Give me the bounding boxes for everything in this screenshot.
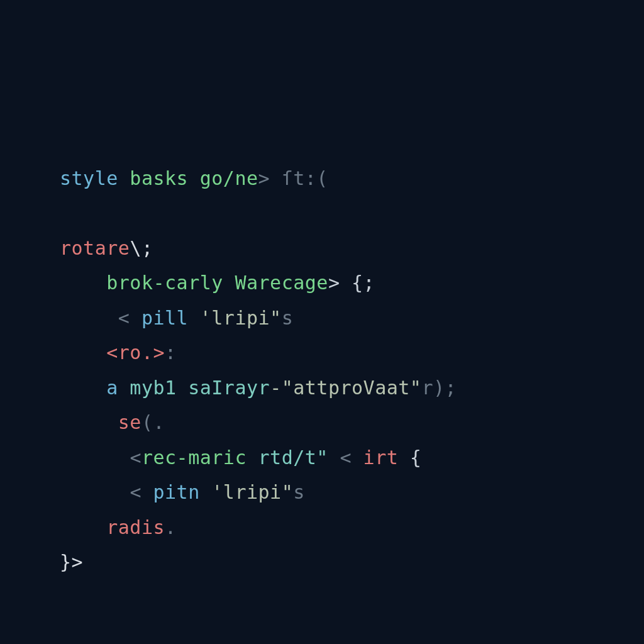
token-punct: <	[130, 481, 142, 503]
token-punct: <	[328, 447, 352, 469]
token-punct: <	[130, 447, 142, 469]
token-ident: se	[118, 411, 142, 433]
token-keyword: pitn	[142, 481, 211, 503]
token-punct: }>	[60, 551, 83, 573]
code-line: style basks go/ne> ſt:(	[60, 167, 328, 189]
token-punct: :	[165, 341, 177, 364]
code-line: }>	[60, 551, 83, 573]
token-ident: saIrayr	[188, 377, 270, 399]
token-punct: (.	[142, 411, 165, 433]
token-punct: > ſt:(	[258, 167, 328, 189]
token-keyword: pill	[130, 307, 199, 329]
token-ident: radis	[106, 516, 165, 538]
token-ident: s	[282, 307, 294, 329]
code-editor[interactable]: style basks go/ne> ſt:( rotare\; brok-ca…	[0, 0, 644, 580]
indent	[60, 377, 106, 399]
token-punct: {	[398, 447, 421, 469]
indent	[60, 341, 106, 364]
token-string: -"attproVaat"	[270, 377, 421, 399]
token-keyword: style	[60, 167, 118, 189]
token-punct: r);	[421, 377, 457, 399]
code-line: radis.	[60, 516, 177, 538]
token-ident: brok-carly	[106, 272, 223, 294]
indent	[60, 411, 118, 433]
token-ident: rtd/t"	[247, 447, 328, 469]
token-ident: myb1	[118, 377, 188, 399]
code-line: brok-carly Warecage> {;	[60, 272, 375, 294]
token-ident: s	[293, 481, 305, 503]
code-line: < pill 'lripi"s	[60, 307, 293, 329]
code-line: rotare\;	[60, 237, 153, 259]
indent	[60, 307, 118, 329]
token-punct: <	[118, 307, 130, 329]
indent	[60, 272, 106, 294]
token-punct: > {;	[328, 272, 375, 294]
code-line: <ro.>:	[60, 341, 177, 364]
code-line: se(.	[60, 411, 165, 433]
token-string: 'lripi"	[211, 481, 293, 503]
token-keyword: a	[106, 377, 118, 399]
token-ident: irt	[352, 447, 398, 469]
indent	[60, 516, 106, 538]
token-punct: \;	[130, 237, 153, 259]
token-punct: .	[165, 516, 177, 538]
token-ident: rec-maric	[142, 447, 247, 469]
token-ident: Warecage	[223, 272, 328, 294]
code-line: a myb1 saIrayr-"attproVaat"r);	[60, 377, 457, 399]
token-ident: basks	[118, 167, 188, 189]
code-line: < pitn 'lripi"s	[60, 481, 305, 503]
indent	[60, 481, 130, 503]
token-string: 'lripi"	[200, 307, 282, 329]
token-ident: go/ne	[188, 167, 258, 189]
token-tag: <ro.>	[106, 341, 165, 364]
token-ident: rotare	[60, 237, 130, 259]
code-line: <rec-maric rtd/t" < irt {	[60, 447, 421, 469]
indent	[60, 447, 130, 469]
